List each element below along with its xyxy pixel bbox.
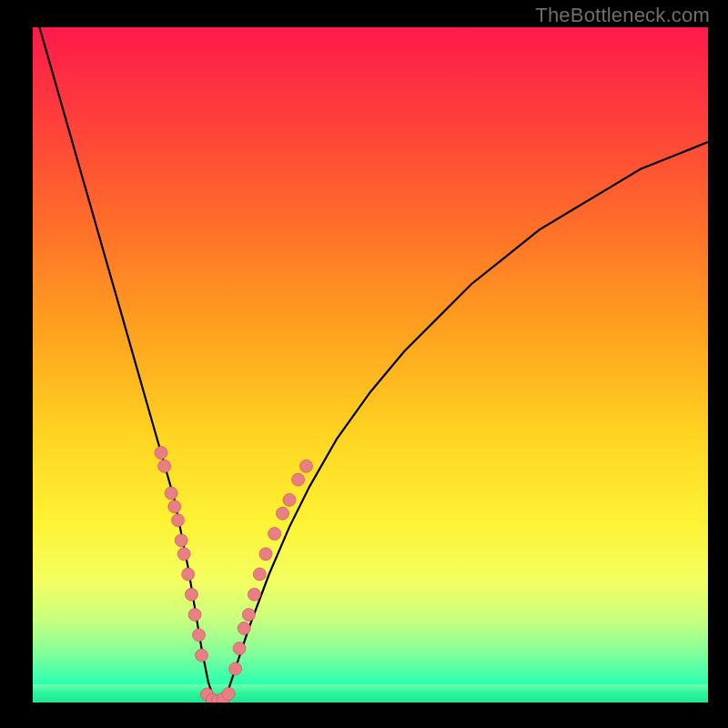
data-point-marker — [177, 548, 190, 561]
data-point-marker — [238, 622, 250, 634]
data-point-marker — [233, 642, 246, 655]
data-point-marker — [259, 548, 272, 561]
data-point-marker — [165, 487, 177, 500]
data-point-marker — [229, 662, 242, 675]
data-point-marker — [248, 588, 260, 601]
data-point-marker — [185, 588, 197, 601]
marker-group-bottom — [200, 687, 235, 703]
data-point-marker — [193, 629, 206, 642]
data-point-marker — [222, 687, 235, 700]
data-point-marker — [268, 528, 281, 541]
data-point-marker — [188, 609, 201, 622]
data-point-marker — [175, 534, 187, 547]
data-point-marker — [277, 507, 289, 520]
data-point-marker — [155, 447, 167, 460]
marker-group-right — [229, 460, 313, 675]
watermark-text: TheBottleneck.com — [535, 4, 710, 27]
plot-area — [33, 27, 708, 703]
data-point-marker — [168, 500, 181, 513]
curve-layer — [33, 27, 708, 703]
data-point-marker — [300, 460, 313, 472]
data-point-marker — [182, 568, 195, 581]
data-point-marker — [292, 473, 305, 486]
data-point-marker — [283, 493, 296, 506]
data-point-marker — [196, 649, 208, 662]
bottleneck-curve — [39, 27, 708, 703]
data-point-marker — [242, 609, 255, 622]
chart-frame: TheBottleneck.com — [0, 0, 728, 728]
data-point-marker — [158, 460, 171, 472]
marker-group-left — [155, 447, 208, 662]
data-point-marker — [172, 514, 185, 527]
data-point-marker — [253, 568, 266, 581]
